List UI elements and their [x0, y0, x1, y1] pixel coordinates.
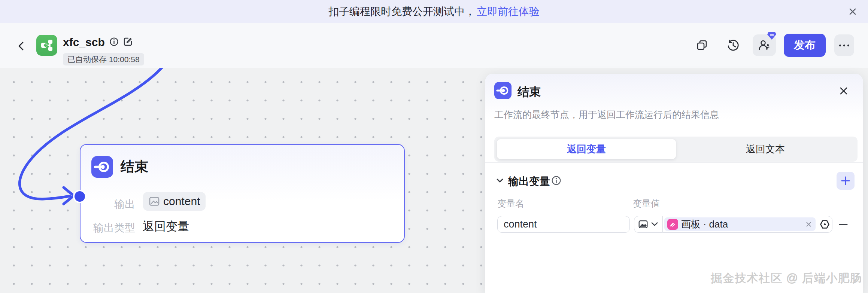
back-button[interactable] — [15, 40, 28, 52]
info-icon[interactable] — [109, 37, 119, 48]
node-config-panel: 结束 工作流的最终节点，用于返回工作流运行后的结果信息 返回变量 返回文本 输出… — [485, 74, 863, 293]
promo-banner-link[interactable]: 立即前往体验 — [477, 4, 540, 19]
chevron-down-icon[interactable] — [496, 177, 504, 185]
tab-return-text[interactable]: 返回文本 — [676, 139, 855, 159]
autosave-status-badge: 已自动保存 10:00:58 — [63, 53, 144, 65]
variable-reference-text: 画板 · data — [681, 218, 802, 231]
output-variables-title: 输出变量 — [508, 174, 550, 189]
history-button[interactable] — [725, 37, 741, 54]
edit-title-icon[interactable] — [123, 37, 133, 48]
info-icon[interactable] — [551, 176, 561, 187]
input-port[interactable] — [75, 191, 85, 202]
clear-reference-icon[interactable] — [804, 220, 813, 228]
more-icon — [839, 45, 849, 46]
end-node[interactable]: 结束 输出 content 输出类型 返回变量 — [80, 144, 405, 243]
divider — [662, 216, 663, 233]
variable-reference-tag[interactable]: 画板 · data — [664, 217, 816, 231]
node-output-type-label: 输出类型 — [88, 221, 135, 235]
end-node-icon — [494, 82, 512, 99]
tab-return-variable[interactable]: 返回变量 — [497, 139, 676, 159]
node-output-label: 输出 — [88, 197, 135, 211]
output-variables-section: 输出变量 变量名 变量值 — [485, 163, 863, 292]
end-node-icon — [91, 156, 113, 178]
remove-variable-button[interactable] — [838, 219, 849, 230]
image-type-icon — [638, 219, 648, 229]
minus-icon — [839, 223, 848, 226]
duplicate-button[interactable] — [694, 37, 710, 54]
top-toolbar: xfc_scb 已自动保存 10:00:58 发布 — [0, 23, 868, 68]
publish-button[interactable]: 发布 — [784, 34, 826, 57]
add-variable-button[interactable] — [837, 172, 855, 190]
variable-name-input[interactable] — [497, 216, 630, 233]
settings-icon[interactable] — [817, 217, 832, 232]
panel-header: 结束 工作流的最终节点，用于返回工作流运行后的结果信息 — [485, 74, 863, 124]
column-label-variable-name: 变量名 — [497, 198, 524, 210]
promo-banner-text: 扣子编程限时免费公开测试中， — [328, 4, 475, 19]
promo-banner: 扣子编程限时免费公开测试中，立即前往体验 — [0, 0, 868, 23]
chevron-down-icon — [651, 222, 658, 227]
panel-close-icon[interactable] — [838, 85, 849, 97]
panel-title: 结束 — [518, 84, 541, 100]
column-label-variable-value: 变量值 — [633, 198, 660, 210]
end-node-title: 结束 — [121, 158, 148, 176]
workflow-app-icon — [36, 35, 57, 56]
variable-value-control: 画板 · data — [634, 216, 832, 233]
node-output-variable-name: content — [163, 195, 200, 208]
panel-description: 工作流的最终节点，用于返回工作流运行后的结果信息 — [494, 109, 719, 121]
panel-tab-bar: 返回变量 返回文本 — [485, 124, 863, 163]
image-type-icon — [149, 196, 160, 207]
node-output-variable-chip[interactable]: content — [143, 192, 206, 211]
more-button[interactable] — [834, 34, 854, 56]
variable-type-dropdown[interactable] — [634, 216, 662, 232]
workflow-title: xfc_scb — [63, 36, 105, 49]
canvas-node-icon — [667, 219, 678, 230]
segmented-control: 返回变量 返回文本 — [494, 137, 858, 162]
node-output-type-value: 返回变量 — [143, 219, 189, 234]
plus-icon — [841, 176, 850, 186]
banner-close-icon[interactable] — [847, 6, 858, 17]
